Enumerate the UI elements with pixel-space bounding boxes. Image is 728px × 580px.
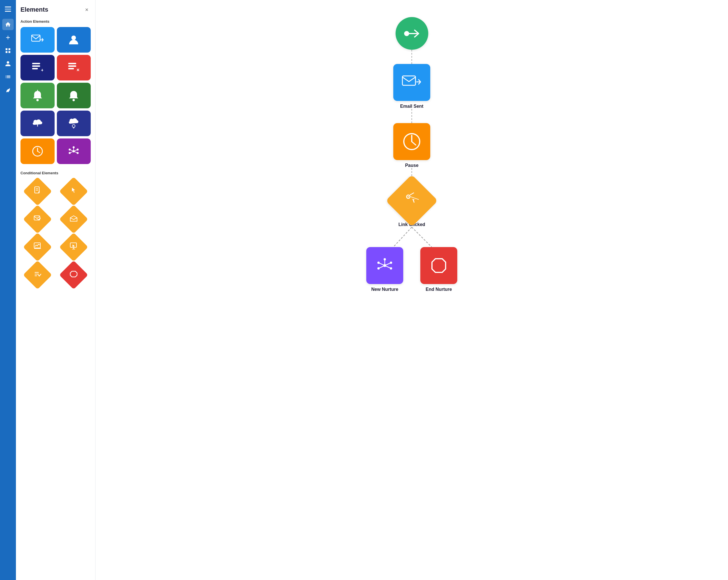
svg-line-54 [393, 227, 412, 247]
svg-line-20 [37, 151, 40, 153]
nav-list[interactable] [2, 71, 14, 82]
svg-rect-0 [31, 35, 40, 41]
action-elements-grid: + × + [21, 27, 91, 164]
new-nurture-node[interactable]: New Nurture [366, 247, 403, 292]
cond-email-check-tile[interactable] [21, 206, 55, 232]
svg-rect-6 [68, 63, 76, 64]
conditional-elements-grid [21, 179, 91, 288]
hamburger-menu[interactable] [2, 3, 14, 15]
link-clicked-box[interactable] [386, 175, 438, 227]
nav-grid[interactable] [2, 45, 14, 56]
svg-rect-4 [32, 68, 38, 69]
link-clicked-node[interactable]: Link Clicked [393, 182, 430, 227]
branch-container: New Nurture End Nurture [332, 227, 491, 292]
panel-title: Elements [21, 6, 48, 14]
branch-nodes: New Nurture End Nurture [366, 247, 457, 292]
svg-text:×: × [77, 67, 79, 73]
svg-line-62 [379, 263, 385, 266]
connector-2 [412, 109, 412, 123]
canvas-area[interactable]: Email Sent Pause [96, 0, 728, 580]
start-node-box[interactable] [395, 17, 428, 50]
start-node[interactable] [395, 17, 428, 50]
cond-chart-tile[interactable] [21, 234, 55, 260]
svg-rect-46 [402, 76, 415, 85]
notify-add-tile[interactable]: + [57, 83, 91, 108]
svg-point-15 [72, 125, 75, 127]
svg-point-12 [73, 99, 75, 101]
action-elements-label: Action Elements [21, 19, 91, 24]
svg-line-53 [411, 197, 419, 200]
cond-screen-tile[interactable] [57, 234, 91, 260]
flow-container: Email Sent Pause [327, 11, 497, 298]
svg-line-52 [410, 193, 414, 195]
nav-person[interactable] [2, 58, 14, 69]
close-button[interactable]: × [83, 6, 91, 14]
nav-leaf[interactable] [2, 84, 14, 96]
add-list-tile[interactable]: + [21, 55, 55, 80]
svg-line-65 [385, 266, 391, 268]
notify-tile[interactable] [21, 83, 55, 108]
pause-box[interactable] [393, 123, 430, 160]
svg-rect-3 [32, 65, 40, 67]
svg-rect-7 [68, 65, 76, 67]
panel-header: Elements × [21, 6, 91, 14]
conditional-elements-label: Conditional Elements [21, 171, 91, 175]
new-nurture-label: New Nurture [371, 287, 398, 292]
network-tile[interactable] [57, 138, 91, 164]
remove-list-tile[interactable]: × [57, 55, 91, 80]
new-nurture-box[interactable] [366, 247, 403, 284]
contact-tile[interactable] [57, 27, 91, 53]
end-nurture-node[interactable]: End Nurture [420, 247, 457, 292]
svg-point-1 [71, 35, 76, 40]
svg-point-44 [404, 31, 409, 36]
email-sent-box[interactable] [393, 64, 430, 101]
elements-panel: Elements × Action Elements [16, 0, 96, 580]
svg-line-64 [385, 263, 391, 266]
cond-list-check-tile[interactable] [21, 262, 55, 288]
email-sent-node[interactable]: Email Sent [393, 64, 430, 109]
connector-1 [412, 50, 412, 64]
email-sent-label: Email Sent [400, 104, 423, 109]
upload-tile[interactable] [21, 111, 55, 136]
svg-rect-36 [34, 243, 41, 248]
idea-tile[interactable] [57, 111, 91, 136]
timer-tile[interactable] [21, 138, 55, 164]
cond-email-open-tile[interactable] [57, 206, 91, 232]
nav-home[interactable] [2, 19, 14, 30]
pause-label: Pause [405, 163, 418, 168]
svg-text:+: + [72, 93, 74, 97]
end-nurture-label: End Nurture [426, 287, 452, 292]
svg-text:+: + [41, 68, 43, 73]
pause-node[interactable]: Pause [393, 123, 430, 168]
svg-line-49 [412, 141, 416, 145]
end-nurture-box[interactable] [420, 247, 457, 284]
svg-rect-38 [70, 243, 77, 247]
cond-doc-tile[interactable] [21, 179, 55, 204]
svg-rect-8 [68, 68, 74, 69]
nav-sidebar [0, 0, 16, 580]
nav-plus[interactable] [2, 32, 14, 43]
svg-line-63 [379, 266, 385, 268]
link-clicked-wrapper [393, 182, 430, 219]
svg-rect-2 [32, 63, 40, 64]
svg-point-51 [408, 196, 409, 197]
svg-point-10 [36, 99, 39, 101]
cond-stop-tile[interactable] [57, 262, 91, 288]
email-sent-tile[interactable] [21, 27, 55, 53]
cond-click-tile[interactable] [57, 179, 91, 204]
svg-line-55 [412, 227, 432, 247]
